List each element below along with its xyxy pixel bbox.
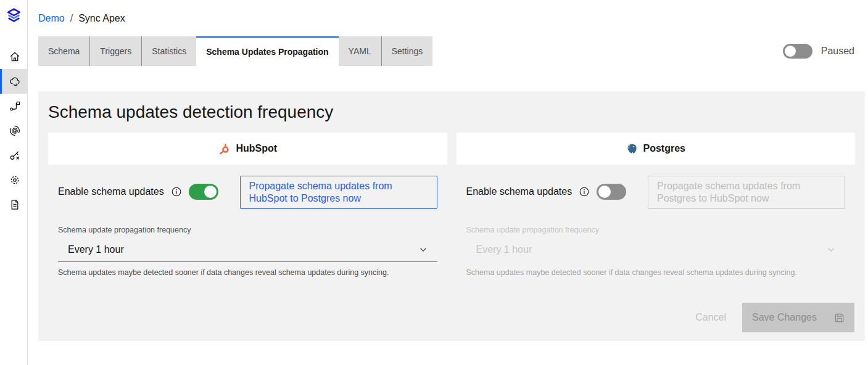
layers-logo-icon bbox=[6, 7, 22, 24]
sidebar-item-docs[interactable] bbox=[0, 192, 27, 217]
hubspot-frequency-label: Schema update propagation frequency bbox=[58, 226, 437, 234]
breadcrumb-parent-link[interactable]: Demo bbox=[38, 12, 65, 25]
document-icon bbox=[9, 199, 21, 211]
hubspot-enable-label: Enable schema updates bbox=[58, 186, 164, 197]
pause-toggle-thumb bbox=[785, 46, 796, 57]
breadcrumb-separator: / bbox=[70, 12, 73, 25]
save-changes-button: Save Changes bbox=[742, 303, 854, 332]
cancel-button: Cancel bbox=[679, 303, 742, 332]
postgres-column-header: Postgres bbox=[457, 133, 856, 165]
sidebar-item-workflows[interactable] bbox=[0, 94, 27, 118]
breadcrumb-current: Sync Apex bbox=[78, 12, 125, 25]
sidebar-item-automation[interactable] bbox=[0, 118, 27, 143]
save-floppy-icon bbox=[834, 313, 845, 323]
tab-schema[interactable]: Schema bbox=[38, 36, 89, 66]
tab-schema-updates-propagation[interactable]: Schema Updates Propagation bbox=[196, 36, 338, 66]
content-area: Demo / Sync Apex Schema Triggers Statist… bbox=[28, 0, 868, 365]
sidebar-nav bbox=[0, 44, 27, 217]
hubspot-enable-toggle[interactable] bbox=[189, 184, 218, 200]
settings-gear-icon bbox=[9, 174, 21, 186]
postgres-enable-toggle[interactable] bbox=[597, 184, 626, 200]
tab-bar: Schema Triggers Statistics Schema Update… bbox=[28, 36, 868, 66]
sidebar-item-settings[interactable] bbox=[0, 168, 27, 192]
schema-updates-panel: Schema updates detection frequency HubSp… bbox=[38, 91, 865, 341]
postgres-frequency-select-disabled: Every 1 hour bbox=[466, 237, 846, 262]
hubspot-helper-text: Schema updates maybe detected sooner if … bbox=[58, 268, 437, 277]
panel-footer: Cancel Save Changes bbox=[679, 303, 854, 332]
hubspot-column-header: HubSpot bbox=[48, 133, 447, 165]
save-changes-label: Save Changes bbox=[752, 312, 817, 323]
hubspot-column: HubSpot Enable schema updates bbox=[48, 133, 447, 277]
hubspot-enable-toggle-thumb bbox=[204, 186, 217, 198]
postgres-frequency-value: Every 1 hour bbox=[476, 244, 532, 255]
connector-columns: HubSpot Enable schema updates bbox=[38, 133, 865, 277]
postgres-enable-row: Enable schema updates bbox=[466, 176, 846, 209]
postgres-helper-text: Schema updates maybe detected sooner if … bbox=[466, 268, 846, 277]
sidebar-item-home[interactable] bbox=[0, 44, 27, 69]
postgres-enable-group: Enable schema updates bbox=[466, 176, 627, 208]
hubspot-logo-icon bbox=[218, 142, 230, 155]
breadcrumb: Demo / Sync Apex bbox=[28, 0, 868, 25]
hubspot-enable-group: Enable schema updates bbox=[58, 176, 218, 208]
chevron-down-icon bbox=[419, 245, 428, 254]
info-icon[interactable] bbox=[172, 187, 181, 197]
info-icon[interactable] bbox=[579, 187, 589, 197]
hubspot-column-title: HubSpot bbox=[236, 143, 277, 154]
tab-yaml[interactable]: YAML bbox=[339, 36, 381, 66]
postgres-column-title: Postgres bbox=[643, 143, 685, 154]
hubspot-frequency-select[interactable]: Every 1 hour bbox=[58, 237, 437, 262]
workflow-icon bbox=[9, 100, 21, 112]
sidebar-item-syncs[interactable] bbox=[0, 69, 27, 94]
postgres-logo-icon bbox=[626, 143, 638, 155]
app-logo bbox=[0, 0, 27, 24]
tab-triggers[interactable]: Triggers bbox=[89, 36, 141, 66]
home-icon bbox=[9, 51, 21, 63]
chevron-down-icon bbox=[827, 245, 835, 254]
hubspot-column-body: Enable schema updates bbox=[48, 165, 447, 277]
hubspot-enable-row: Enable schema updates bbox=[58, 176, 437, 209]
pause-toggle[interactable] bbox=[783, 44, 812, 59]
hubspot-frequency-value: Every 1 hour bbox=[68, 244, 124, 255]
sidebar bbox=[0, 0, 28, 365]
tab-statistics[interactable]: Statistics bbox=[141, 36, 196, 66]
sidebar-item-api-keys[interactable] bbox=[0, 143, 27, 168]
postgres-frequency-label: Schema update propagation frequency bbox=[466, 226, 846, 234]
api-key-icon bbox=[9, 149, 21, 162]
postgres-column: Postgres Enable schema updates bbox=[457, 133, 856, 277]
gear-sync-icon bbox=[9, 125, 21, 137]
hubspot-propagate-button[interactable]: Propagate schema updates from HubSpot to… bbox=[240, 176, 437, 209]
page-title: Schema updates detection frequency bbox=[38, 91, 865, 133]
pause-label: Paused bbox=[821, 46, 854, 57]
postgres-column-body: Enable schema updates bbox=[457, 165, 856, 277]
postgres-enable-toggle-thumb bbox=[598, 186, 611, 198]
postgres-propagate-button-disabled: Propagate schema updates from Postgres t… bbox=[648, 176, 845, 209]
cloud-sync-icon bbox=[9, 75, 21, 88]
tab-settings[interactable]: Settings bbox=[381, 36, 433, 66]
pause-control: Paused bbox=[783, 44, 854, 59]
postgres-enable-label: Enable schema updates bbox=[466, 186, 572, 197]
